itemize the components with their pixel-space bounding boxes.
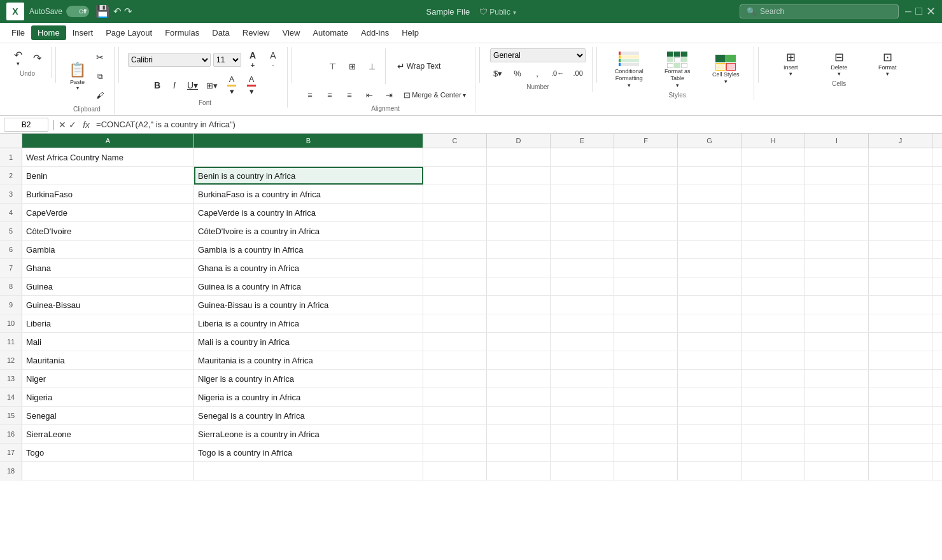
fill-color-button[interactable]: A ▾: [223, 73, 241, 98]
maximize-icon[interactable]: □: [915, 4, 922, 18]
menu-home[interactable]: Home: [31, 25, 66, 40]
cell-C3[interactable]: [423, 185, 487, 203]
cell-a11[interactable]: Mali: [22, 333, 194, 351]
undo-button[interactable]: ↶ ▾: [9, 48, 27, 69]
cell-F16[interactable]: [614, 425, 678, 443]
cell-H12[interactable]: [742, 351, 805, 369]
cell-C1[interactable]: [423, 148, 487, 166]
cell-F3[interactable]: [614, 185, 678, 203]
cell-D4[interactable]: [487, 204, 551, 221]
col-header-d[interactable]: D: [487, 134, 551, 148]
cell-a3[interactable]: BurkinaFaso: [22, 185, 194, 203]
cell-styles-button[interactable]: Cell Styles ▾: [703, 52, 749, 87]
cell-F4[interactable]: [614, 204, 678, 221]
cell-H10[interactable]: [742, 314, 805, 332]
menu-data[interactable]: Data: [206, 25, 236, 40]
cell-I1[interactable]: [805, 148, 869, 166]
cell-J18[interactable]: [869, 462, 932, 480]
cell-a14[interactable]: Nigeria: [22, 388, 194, 406]
cell-D9[interactable]: [487, 296, 551, 314]
cell-a10[interactable]: Liberia: [22, 314, 194, 332]
cell-I10[interactable]: [805, 314, 869, 332]
cell-E15[interactable]: [551, 407, 614, 424]
format-cells-button[interactable]: ⊡ Format ▾: [864, 48, 910, 79]
cell-b15[interactable]: Senegal is a country in Africa: [194, 407, 423, 424]
cell-F5[interactable]: [614, 222, 678, 240]
cell-a1[interactable]: West Africa Country Name: [22, 148, 194, 166]
cell-I8[interactable]: [805, 277, 869, 295]
cell-E11[interactable]: [551, 333, 614, 351]
cell-C14[interactable]: [423, 388, 487, 406]
cell-H11[interactable]: [742, 333, 805, 351]
cell-b2[interactable]: Benin is a country in Africa: [194, 167, 423, 185]
cell-b17[interactable]: Togo is a country in Africa: [194, 444, 423, 461]
col-header-f[interactable]: F: [614, 134, 678, 148]
cell-H7[interactable]: [742, 259, 805, 277]
menu-automate[interactable]: Automate: [306, 25, 355, 40]
cell-E9[interactable]: [551, 296, 614, 314]
cell-F2[interactable]: [614, 167, 678, 185]
cell-a9[interactable]: Guinea-Bissau: [22, 296, 194, 314]
conditional-formatting-button[interactable]: Conditional Formatting ▾: [606, 48, 652, 90]
cell-E6[interactable]: [551, 241, 614, 258]
col-header-i[interactable]: I: [805, 134, 869, 148]
cell-I5[interactable]: [805, 222, 869, 240]
cell-I11[interactable]: [805, 333, 869, 351]
cell-G7[interactable]: [678, 259, 742, 277]
cell-I3[interactable]: [805, 185, 869, 203]
cell-F1[interactable]: [614, 148, 678, 166]
redo-icon[interactable]: ↷: [124, 6, 132, 17]
cell-E16[interactable]: [551, 425, 614, 443]
cell-D6[interactable]: [487, 241, 551, 258]
cell-H13[interactable]: [742, 370, 805, 388]
delete-cells-button[interactable]: ⊟ Delete ▾: [816, 48, 862, 79]
cell-D5[interactable]: [487, 222, 551, 240]
cell-H14[interactable]: [742, 388, 805, 406]
cell-G12[interactable]: [678, 351, 742, 369]
cell-b16[interactable]: SierraLeone is a country in Africa: [194, 425, 423, 443]
cell-b13[interactable]: Niger is a country in Africa: [194, 370, 423, 388]
cell-D10[interactable]: [487, 314, 551, 332]
cell-E7[interactable]: [551, 259, 614, 277]
cell-D2[interactable]: [487, 167, 551, 185]
cell-a12[interactable]: Mauritania: [22, 351, 194, 369]
cell-reference-input[interactable]: [4, 118, 48, 132]
cell-J4[interactable]: [869, 204, 932, 221]
save-icon[interactable]: 💾: [95, 4, 109, 18]
cell-b4[interactable]: CapeVerde is a country in Africa: [194, 204, 423, 221]
cell-G13[interactable]: [678, 370, 742, 388]
cell-C8[interactable]: [423, 277, 487, 295]
format-painter-button[interactable]: 🖌: [91, 87, 109, 104]
cell-G3[interactable]: [678, 185, 742, 203]
cell-a7[interactable]: Ghana: [22, 259, 194, 277]
number-format-select[interactable]: General Number Currency Percentage: [490, 48, 586, 62]
border-button[interactable]: ⊞▾: [203, 76, 221, 94]
search-bar[interactable]: 🔍: [740, 4, 899, 18]
cell-b10[interactable]: Liberia is a country in Africa: [194, 314, 423, 332]
cell-J6[interactable]: [869, 241, 932, 258]
cell-I15[interactable]: [805, 407, 869, 424]
cell-C9[interactable]: [423, 296, 487, 314]
comma-button[interactable]: ,: [528, 64, 546, 82]
cell-D18[interactable]: [487, 462, 551, 480]
font-size-select[interactable]: 11: [213, 53, 241, 67]
cell-F11[interactable]: [614, 333, 678, 351]
cell-b18[interactable]: [194, 462, 423, 480]
cell-I13[interactable]: [805, 370, 869, 388]
cell-C2[interactable]: [423, 167, 487, 185]
cell-D13[interactable]: [487, 370, 551, 388]
cell-D8[interactable]: [487, 277, 551, 295]
cell-b14[interactable]: Nigeria is a country in Africa: [194, 388, 423, 406]
cell-b3[interactable]: BurkinaFaso is a country in Africa: [194, 185, 423, 203]
cell-H16[interactable]: [742, 425, 805, 443]
cell-C13[interactable]: [423, 370, 487, 388]
cell-b7[interactable]: Ghana is a country in Africa: [194, 259, 423, 277]
cell-C15[interactable]: [423, 407, 487, 424]
menu-insert[interactable]: Insert: [66, 25, 100, 40]
menu-page-layout[interactable]: Page Layout: [99, 25, 158, 40]
font-name-select[interactable]: Calibri: [128, 53, 211, 67]
confirm-formula-icon[interactable]: ✓: [69, 120, 76, 130]
cell-C5[interactable]: [423, 222, 487, 240]
cell-G14[interactable]: [678, 388, 742, 406]
cell-G9[interactable]: [678, 296, 742, 314]
